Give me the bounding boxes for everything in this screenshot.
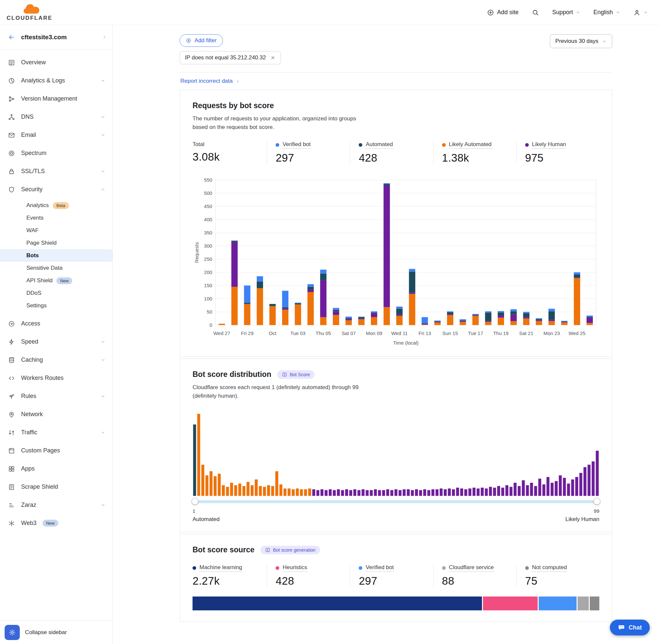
svg-text:Thu 19: Thu 19	[493, 330, 508, 336]
stat-likely-automated: Likely Automated1.38k	[433, 141, 516, 164]
sidebar-item-label: Web3	[21, 520, 37, 527]
preferences-gear-button[interactable]	[5, 625, 20, 640]
chevron-down-icon	[616, 10, 620, 15]
sidebar-item-label: Workers Routes	[21, 374, 64, 382]
sidebar-item-rules[interactable]: Rules	[0, 387, 112, 405]
chevron-right-icon	[236, 79, 240, 84]
sidebar-item-network[interactable]: Network	[0, 405, 112, 423]
chevron-down-icon[interactable]	[101, 78, 105, 83]
card-title: Bot score source Bot score generation	[192, 546, 599, 554]
sidebar-subitem-api-shield[interactable]: API ShieldNew	[0, 274, 112, 287]
sidebar-item-ssl-tls[interactable]: SSL/TLS	[0, 162, 112, 180]
bot-score-generation-badge[interactable]: Bot score generation	[260, 546, 320, 554]
slider-handle-min[interactable]	[191, 498, 198, 505]
legend-dot	[442, 143, 446, 147]
main-content: Add filter IP does not equal 35.212.240.…	[113, 25, 659, 644]
sidebar-item-apps[interactable]: Apps	[0, 460, 112, 478]
chevron-down-icon[interactable]	[101, 358, 105, 362]
sidebar-item-analytics-logs[interactable]: Analytics & Logs	[0, 72, 112, 90]
caching-icon	[8, 356, 15, 364]
sidebar-item-version-management[interactable]: Version Management	[0, 90, 112, 108]
slider-track[interactable]	[192, 500, 599, 503]
book-icon	[265, 547, 270, 553]
speed-icon	[8, 338, 15, 346]
sidebar-item-traffic[interactable]: Traffic	[0, 423, 112, 441]
report-incorrect-data-link[interactable]: Report incorrect data	[180, 78, 233, 85]
back-arrow-icon[interactable]	[8, 33, 15, 41]
support-menu[interactable]: Support	[552, 9, 580, 16]
sidebar-subitem-ddos[interactable]: DDoS	[0, 287, 112, 299]
sidebar-subitem-label: Events	[26, 215, 44, 221]
source-segment-heuristics	[483, 597, 538, 611]
stat-not-computed: Not computed75	[516, 564, 599, 587]
chevron-down-icon[interactable]	[101, 430, 105, 435]
bot-score-badge[interactable]: Bot Score	[277, 370, 314, 379]
language-menu[interactable]: English	[593, 9, 620, 16]
chevron-down-icon[interactable]	[101, 169, 105, 174]
sidebar-item-scrape-shield[interactable]: Scrape Shield	[0, 478, 112, 496]
sidebar-item-custom-pages[interactable]: Custom Pages	[0, 441, 112, 460]
collapse-sidebar-button[interactable]: Collapse sidebar	[25, 629, 67, 636]
sidebar-item-security[interactable]: Security	[0, 180, 112, 199]
chevron-up-icon[interactable]	[101, 187, 105, 191]
legend-dot	[276, 566, 279, 570]
account-menu[interactable]	[633, 9, 648, 16]
sidebar-item-web3[interactable]: Web3New	[0, 514, 112, 532]
source-stacked-bar	[192, 597, 599, 611]
chevron-down-icon[interactable]	[101, 394, 105, 398]
chevron-down-icon[interactable]	[101, 133, 105, 137]
chevron-down-icon[interactable]	[101, 503, 105, 507]
sidebar-item-zaraz[interactable]: Zaraz	[0, 496, 112, 514]
sidebar-subitem-waf[interactable]: WAF	[0, 224, 112, 237]
sidebar-item-access[interactable]: Access	[0, 315, 112, 333]
sidebar-item-caching[interactable]: Caching	[0, 351, 112, 369]
sidebar-item-label: Network	[21, 411, 43, 418]
user-icon	[633, 9, 640, 16]
sidebar-item-label: Version Management	[21, 95, 77, 102]
requests-stats-row: Total3.08kVerified bot297Automated428Lik…	[192, 141, 599, 164]
sidebar-subitem-sensitive-data[interactable]: Sensitive Data	[0, 262, 112, 274]
stat-label: Machine learning	[199, 564, 242, 572]
sidebar-item-dns[interactable]: DNS	[0, 108, 112, 126]
source-segment-not-computed	[590, 597, 599, 611]
date-range-button[interactable]: Previous 30 days	[550, 34, 612, 48]
svg-text:100: 100	[204, 296, 212, 301]
sidebar-subitem-events[interactable]: Events	[0, 212, 112, 224]
stat-value: 428	[359, 152, 433, 164]
chevron-down-icon[interactable]	[101, 115, 105, 119]
sidebar-subitem-settings[interactable]: Settings	[0, 299, 112, 312]
filter-chip[interactable]: IP does not equal 35.212.240.32	[180, 51, 281, 64]
sidebar-subitem-bots[interactable]: Bots	[0, 249, 112, 262]
sidebar-subitem-label: Settings	[26, 302, 46, 309]
chevron-right-icon[interactable]	[102, 35, 107, 39]
security-icon	[8, 186, 15, 193]
sidebar-item-spectrum[interactable]: Spectrum	[0, 144, 112, 162]
sidebar-item-workers-routes[interactable]: Workers Routes	[0, 369, 112, 387]
requests-bar-chart: 050100150200250300350400450500550Wed 27F…	[192, 176, 599, 347]
add-site-button[interactable]: Add site	[487, 9, 519, 16]
sidebar-footer: Collapse sidebar	[0, 620, 112, 644]
chat-button[interactable]: Chat	[610, 620, 650, 636]
bot-score-distribution-card: Bot score distribution Bot Score Cloudfl…	[180, 359, 612, 532]
stat-value: 3.08k	[192, 151, 267, 163]
slider-min-value: 1	[192, 508, 195, 514]
svg-text:0: 0	[209, 322, 212, 328]
stat-label: Total	[192, 141, 204, 148]
slider-handle-max[interactable]	[593, 498, 600, 505]
stat-value: 1.38k	[442, 152, 516, 164]
svg-text:300: 300	[204, 243, 212, 249]
search-icon[interactable]	[532, 9, 539, 16]
brand-text: CLOUDFLARE	[6, 15, 52, 21]
stat-value: 75	[525, 575, 599, 587]
sidebar-item-email[interactable]: Email	[0, 126, 112, 144]
sidebar-item-label: Scrape Shield	[21, 483, 58, 490]
sidebar-item-overview[interactable]: Overview	[0, 53, 112, 72]
add-filter-button[interactable]: Add filter	[180, 34, 223, 47]
sidebar-item-speed[interactable]: Speed	[0, 333, 112, 351]
sidebar-subitem-page-shield[interactable]: Page Shield	[0, 237, 112, 249]
cloudflare-logo[interactable]: CLOUDFLARE	[6, 4, 52, 21]
close-icon[interactable]	[270, 55, 276, 60]
book-icon	[282, 372, 287, 377]
sidebar-subitem-analytics[interactable]: AnalyticsBeta	[0, 199, 112, 212]
chevron-down-icon[interactable]	[101, 340, 105, 344]
